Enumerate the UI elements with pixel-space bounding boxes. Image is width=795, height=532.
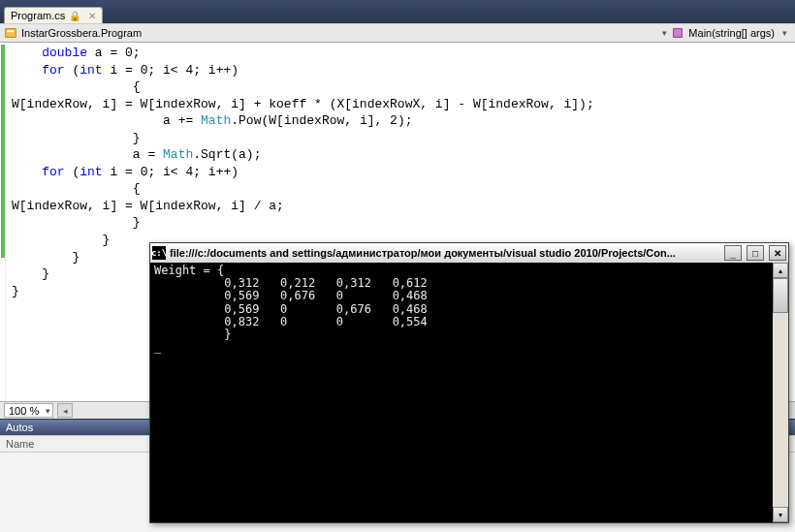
svg-rect-1 [8,30,15,32]
namespace-dropdown[interactable]: InstarGrossbera.Program [21,27,142,39]
tab-label: Program.cs [11,10,65,21]
tab-strip: Program.cs 🔒 ✕ [0,0,795,23]
console-scrollbar[interactable]: ▴ ▾ [773,263,788,522]
method-icon [671,26,684,40]
close-button[interactable]: ✕ [769,245,786,261]
svg-rect-2 [674,29,683,38]
close-icon[interactable]: ✕ [88,11,96,21]
zoom-select[interactable]: 100 % [4,403,53,418]
minimize-button[interactable]: _ [724,245,742,261]
console-titlebar[interactable]: c:\ file:///c:/documents and settings/ад… [150,243,788,263]
chevron-down-icon[interactable]: ▾ [779,28,791,38]
scroll-thumb[interactable] [773,278,788,313]
code-nav-bar: InstarGrossbera.Program ▾ Main(string[] … [0,23,795,43]
chevron-down-icon[interactable]: ▾ [658,28,671,38]
class-icon [4,26,17,40]
method-dropdown[interactable]: Main(string[] args) [688,27,775,39]
console-title-text: file:///c:/documents and settings/админи… [170,247,719,259]
console-output[interactable]: Weight = { 0,312 0,212 0,312 0,612 0,569… [150,263,773,522]
maximize-button[interactable]: □ [747,245,764,261]
scroll-up-button[interactable]: ▴ [773,263,788,278]
svg-rect-0 [6,29,16,38]
console-window[interactable]: c:\ file:///c:/documents and settings/ад… [149,242,789,523]
scroll-left-button[interactable]: ◂ [57,403,73,418]
scroll-down-button[interactable]: ▾ [773,507,788,522]
lock-icon: 🔒 [69,11,80,21]
zoom-value: 100 % [9,405,39,417]
autos-title: Autos [6,422,33,433]
tab-program-cs[interactable]: Program.cs 🔒 ✕ [4,7,103,23]
console-icon: c:\ [152,246,166,260]
